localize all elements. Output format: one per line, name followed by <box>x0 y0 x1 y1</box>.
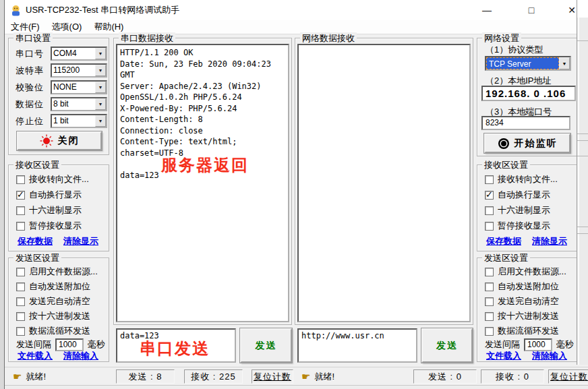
maximize-button[interactable]: □ <box>516 0 547 20</box>
checkbox-hex-display[interactable]: 十六进制显示 <box>16 205 82 216</box>
checkbox-auto-newline[interactable]: 自动换行显示 <box>16 189 82 200</box>
checkbox-box[interactable] <box>485 206 494 215</box>
checkbox-box[interactable] <box>485 312 494 321</box>
parity-value: NONE <box>52 82 95 93</box>
serial-receive-title: 串口数据接收 <box>119 32 175 44</box>
data-bits-value: 8 bit <box>52 98 95 110</box>
chevron-down-icon[interactable]: ▼ <box>95 48 106 59</box>
checkbox-box[interactable] <box>485 268 494 276</box>
status-received-right: 接收 : 0 <box>481 369 544 384</box>
data-bits-select[interactable]: 8 bit ▼ <box>51 97 107 111</box>
clear-display-link[interactable]: 清除显示 <box>63 235 98 247</box>
checkbox-box[interactable] <box>485 327 494 336</box>
network-receive-textarea[interactable] <box>297 44 471 322</box>
start-listen-button[interactable]: 开始监听 <box>484 133 570 153</box>
checkbox-box[interactable] <box>16 297 25 306</box>
serial-send-input[interactable]: data=123 串口发送 <box>116 328 236 363</box>
checkbox-box[interactable] <box>16 282 25 291</box>
checkbox-label: 启用文件数据源... <box>498 266 566 278</box>
status-ready-text: 就绪! <box>26 371 46 383</box>
network-settings-group: 网络设置 （1）协议类型 TCP Server ▼ （2）本地IP地址 192.… <box>477 38 578 156</box>
status-bar: ☛ 就绪! 发送 : 8 接收 : 225 复位计数 ☛ 就绪! 发送 : 0 … <box>5 367 588 385</box>
status-ready-text: 就绪! <box>314 371 334 383</box>
checkbox-loop-send[interactable]: 数据流循环发送 <box>16 326 90 336</box>
pointing-hand-icon: ☛ <box>301 371 310 383</box>
checkbox-auto-newline[interactable]: 自动换行显示 <box>485 189 550 200</box>
stop-bits-select[interactable]: 1 bit ▼ <box>51 114 107 128</box>
checkbox-box[interactable] <box>16 268 25 276</box>
checkbox-box[interactable] <box>16 206 25 215</box>
serial-send-button[interactable]: 发送 <box>240 328 292 363</box>
checkbox-box[interactable] <box>16 175 25 184</box>
parity-select[interactable]: NONE ▼ <box>51 80 107 94</box>
checkbox-hex-display[interactable]: 十六进制显示 <box>485 205 550 216</box>
menu-options[interactable]: 选项(O) <box>46 21 88 33</box>
checkbox-auto-append[interactable]: 自动发送附加位 <box>16 281 90 292</box>
close-port-button[interactable]: 关闭 <box>17 131 102 150</box>
checkbox-label: 自动发送附加位 <box>498 280 559 293</box>
clear-display-link[interactable]: 清除显示 <box>532 235 567 247</box>
checkbox-box[interactable] <box>485 222 494 231</box>
chevron-down-icon[interactable]: ▼ <box>95 65 106 76</box>
checkbox-box[interactable] <box>16 222 25 231</box>
checkbox-file-data-source[interactable]: 启用文件数据源... <box>16 266 98 277</box>
checkbox-receive-to-file[interactable]: 接收转向文件... <box>485 174 558 185</box>
checkbox-pause-receive[interactable]: 暂停接收显示 <box>16 220 82 231</box>
checkbox-box[interactable] <box>485 297 494 306</box>
save-data-link[interactable]: 保存数据 <box>18 235 53 247</box>
window-bottom-edge <box>5 385 588 389</box>
network-send-value: http://www.usr.cn <box>301 331 384 340</box>
interval-input[interactable]: 1000 <box>524 338 552 351</box>
network-send-input[interactable]: http://www.usr.cn <box>297 328 417 363</box>
checkbox-clear-after-send[interactable]: 发送完自动清空 <box>485 296 559 307</box>
checkbox-clear-after-send[interactable]: 发送完自动清空 <box>16 296 90 307</box>
checkbox-box[interactable] <box>16 191 25 200</box>
checkbox-pause-receive[interactable]: 暂停接收显示 <box>485 220 550 231</box>
local-port-input[interactable]: 8234 <box>481 116 570 130</box>
menu-help[interactable]: 帮助(H) <box>88 21 129 33</box>
checkbox-file-data-source[interactable]: 启用文件数据源... <box>485 266 566 277</box>
local-ip-input[interactable]: 192.168. 0 .106 <box>481 86 576 101</box>
serial-port-row: 串口号 COM4 ▼ <box>16 47 107 61</box>
checkbox-box[interactable] <box>485 191 494 200</box>
parity-label: 校验位 <box>16 82 51 94</box>
protocol-type-select[interactable]: TCP Server ▼ <box>485 56 571 71</box>
status-sent-right: 发送 : 0 <box>413 369 477 384</box>
clear-input-link[interactable]: 清除输入 <box>63 350 98 362</box>
chevron-down-icon[interactable]: ▼ <box>95 115 106 127</box>
serial-receive-textarea[interactable]: HTTP/1.1 200 OK Date: Sun, 23 Feb 2020 0… <box>116 44 289 322</box>
serial-receive-group: 串口数据接收 HTTP/1.1 200 OK Date: Sun, 23 Feb… <box>113 38 292 325</box>
checkbox-receive-to-file[interactable]: 接收转向文件... <box>16 174 89 185</box>
checkbox-send-as-hex[interactable]: 按十六进制发送 <box>485 311 559 322</box>
serial-port-select[interactable]: COM4 ▼ <box>51 47 107 61</box>
minimize-button[interactable]: — <box>471 0 502 20</box>
checkbox-box[interactable] <box>16 312 25 321</box>
menu-file[interactable]: 文件(F) <box>5 21 46 33</box>
reset-counter-label: 复位计数 <box>254 371 291 383</box>
network-send-button[interactable]: 发送 <box>421 328 473 363</box>
start-listen-label: 开始监听 <box>514 138 558 150</box>
checkbox-label: 启用文件数据源... <box>29 266 98 278</box>
load-file-link[interactable]: 文件载入 <box>18 350 53 362</box>
stop-bits-label: 停止位 <box>16 115 51 127</box>
interval-input[interactable]: 1000 <box>55 338 84 351</box>
title-bar: USR-TCP232-Test 串口转网络调试助手 — □ ✕ <box>5 0 588 20</box>
checkbox-label: 自动换行显示 <box>498 189 550 201</box>
reset-counter-left[interactable]: 复位计数 <box>252 369 293 384</box>
load-file-link[interactable]: 文件载入 <box>486 350 521 362</box>
chevron-down-icon[interactable]: ▼ <box>95 98 106 110</box>
save-data-link[interactable]: 保存数据 <box>486 235 521 247</box>
checkbox-auto-append[interactable]: 自动发送附加位 <box>485 281 559 292</box>
checkbox-loop-send[interactable]: 数据流循环发送 <box>485 326 559 336</box>
chevron-down-icon[interactable]: ▼ <box>559 57 570 69</box>
checkbox-send-as-hex[interactable]: 按十六进制发送 <box>16 311 90 322</box>
parity-row: 校验位 NONE ▼ <box>16 80 107 94</box>
checkbox-box[interactable] <box>16 327 25 336</box>
baud-rate-select[interactable]: 115200 ▼ <box>51 63 107 78</box>
reset-counter-right[interactable]: 复位计数 <box>548 369 588 384</box>
checkbox-box[interactable] <box>485 282 494 291</box>
chevron-down-icon[interactable]: ▼ <box>95 82 106 93</box>
checkbox-box[interactable] <box>485 175 494 184</box>
background-window-right-edge <box>577 0 588 365</box>
clear-input-link[interactable]: 清除输入 <box>532 350 567 362</box>
